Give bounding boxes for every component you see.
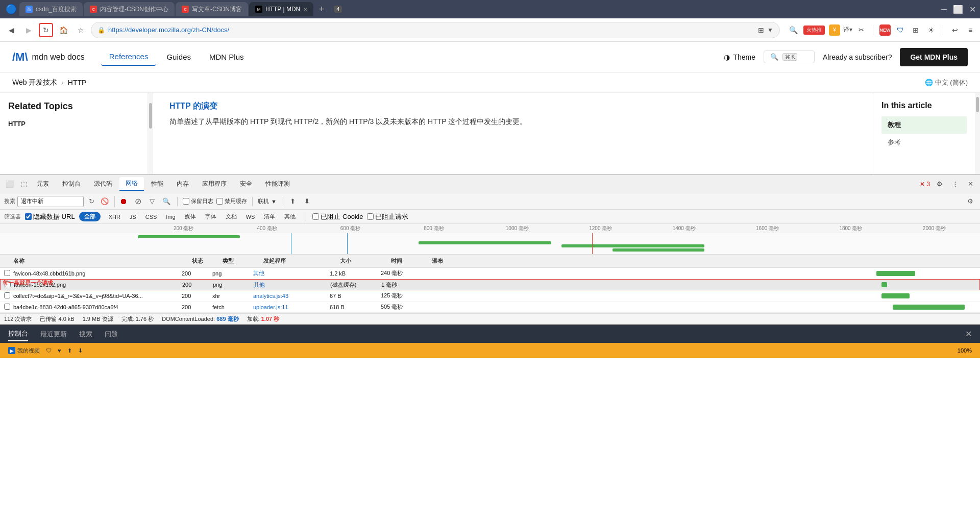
filter-tab-all[interactable]: 全部 (79, 212, 101, 221)
filter-other[interactable]: 其他 (280, 212, 300, 221)
table-row[interactable]: favicon-192x192.png 200 png 其他 (磁盘缓存) 1 … (0, 279, 980, 290)
bottom-nav-close[interactable]: ✕ (965, 329, 972, 339)
taskbar-heart-icon[interactable]: ♥ (58, 347, 61, 354)
devtools-tab-sources[interactable]: 源代码 (88, 178, 118, 190)
filter-img[interactable]: Img (162, 213, 179, 221)
devtools-tab-application[interactable]: 应用程序 (196, 178, 233, 190)
row-checkbox-3[interactable] (4, 292, 13, 299)
search-input[interactable] (17, 196, 84, 207)
search-refresh-icon[interactable]: ↻ (86, 196, 97, 207)
ext-shield[interactable]: 🛡 (895, 24, 906, 36)
url-bar[interactable]: 🔒 https://developer.mozilla.org/zh-CN/do… (91, 22, 780, 38)
devtools-tab-console[interactable]: 控制台 (56, 178, 87, 190)
online-select[interactable]: 联机 ▼ (258, 197, 277, 205)
window-close[interactable]: ✕ (969, 5, 976, 14)
filter-media[interactable]: 媒体 (181, 212, 200, 221)
nav-mdn-plus[interactable]: MDN Plus (201, 48, 252, 65)
table-row[interactable]: collect?t=dc&aip=1&_r=3&v=1&_v=j98&tid=U… (0, 290, 980, 302)
window-restore[interactable]: ⬜ (953, 5, 963, 14)
nav-forward-button[interactable]: ▶ (21, 23, 36, 37)
tab-mdn[interactable]: M HTTP | MDN ✕ (249, 2, 313, 16)
lang-selector[interactable]: 🌐 中文 (简体) (925, 78, 968, 87)
row-checkbox-1[interactable] (4, 270, 13, 277)
breadcrumb-item-1[interactable]: Web 开发技术 (12, 78, 57, 87)
taskbar-item-video[interactable]: ▶ 我的视频 (8, 347, 40, 355)
taskbar-download-icon[interactable]: ⬇ (78, 347, 83, 354)
window-minimize[interactable]: ─ (941, 5, 947, 14)
block-cookie-checkbox[interactable]: 已阻止 Cookie (312, 212, 363, 221)
devtools-tab-memory[interactable]: 内存 (170, 178, 195, 190)
refresh-button[interactable]: ↻ (39, 23, 53, 37)
ext-undo[interactable]: ↩ (949, 24, 961, 36)
home-button[interactable]: 🏠 (56, 23, 70, 37)
content-scrollbar[interactable] (975, 93, 980, 174)
filter-ws[interactable]: WS (242, 213, 259, 221)
toc-item-reference[interactable]: 参考 (881, 134, 967, 151)
ext-sun[interactable]: ☀ (925, 24, 937, 36)
search-network-icon[interactable]: 🔍 (161, 196, 172, 207)
get-mdn-button[interactable]: Get MDN Plus (900, 48, 968, 66)
table-row[interactable]: favicon-48x48.cbbd161b.png 200 png 其他 1.… (0, 268, 980, 279)
disable-cache-checkbox[interactable]: 禁用缓存 (216, 197, 247, 205)
taskbar-shield-icon[interactable]: 🛡 (46, 347, 52, 354)
breadcrumb-item-2[interactable]: HTTP (68, 79, 87, 87)
preserve-log-check[interactable] (183, 198, 189, 205)
ext-translate[interactable]: 译▾ (842, 24, 853, 36)
ext-icon-yuan[interactable]: ¥ (829, 24, 840, 36)
theme-button[interactable]: ◑ Theme (724, 53, 755, 61)
devtools-settings-icon[interactable]: ⚙ (934, 179, 945, 190)
tab-csdn-write[interactable]: C 写文章-CSDN博客 (176, 2, 248, 16)
mdn-search-box[interactable]: 🔍 ⌘ K (764, 51, 815, 63)
filter-manifest[interactable]: 清单 (260, 212, 279, 221)
url-apps-icon[interactable]: ⊞ (758, 26, 764, 34)
devtools-tab-performance[interactable]: 性能 (145, 178, 169, 190)
toc-item-tutorial[interactable]: 教程 (881, 116, 967, 134)
devtools-tab-elements[interactable]: 元素 (31, 178, 55, 190)
row-checkbox-4[interactable] (4, 304, 13, 311)
block-request-check[interactable] (367, 213, 374, 220)
bookmark-button[interactable]: ☆ (74, 23, 88, 37)
filter-css[interactable]: CSS (141, 213, 161, 221)
filter-doc[interactable]: 文档 (222, 212, 241, 221)
url-arrow-icon[interactable]: ▼ (767, 27, 773, 34)
ext-new-badge[interactable]: NEW (879, 24, 891, 36)
tab-csdn-baidu[interactable]: 百 csdn_百度搜索 (19, 2, 83, 16)
toolbar-settings[interactable]: ⚙ (965, 196, 976, 207)
download-icon[interactable]: ⬇ (302, 196, 313, 207)
tab-csdn-content[interactable]: C 内容管理-CSDN创作中心 (84, 2, 175, 16)
search-block-icon[interactable]: 🚫 (99, 196, 110, 207)
nav-guides[interactable]: Guides (158, 48, 199, 65)
filter-font[interactable]: 字体 (201, 212, 220, 221)
ext-grid[interactable]: ⊞ (910, 24, 921, 36)
upload-icon[interactable]: ⬆ (287, 196, 299, 207)
filter-js[interactable]: JS (126, 213, 140, 221)
devtools-tab-security[interactable]: 安全 (234, 178, 258, 190)
bottom-nav-console[interactable]: 控制台 (8, 327, 28, 341)
clear-button[interactable]: ⊘ (132, 196, 143, 207)
mdn-logo[interactable]: /M\ mdn web docs (12, 51, 85, 64)
preserve-log-checkbox[interactable]: 保留日志 (183, 197, 213, 205)
record-button[interactable]: ⏺ (118, 196, 129, 207)
devtools-inspect-icon[interactable]: ⬚ (18, 179, 30, 190)
ext-scissors[interactable]: ✂ (855, 24, 867, 36)
tab-close-4[interactable]: ✕ (303, 7, 307, 12)
devtools-tab-audit[interactable]: 性能评测 (259, 178, 296, 190)
devtools-tools-icon[interactable]: ⬜ (4, 179, 15, 190)
devtools-more-icon[interactable]: ⋮ (949, 179, 961, 190)
disable-cache-check[interactable] (216, 198, 223, 205)
hide-data-url-check[interactable] (25, 213, 32, 220)
block-request-checkbox[interactable]: 已阻止请求 (367, 212, 408, 221)
taskbar-upload-icon[interactable]: ⬆ (67, 347, 72, 354)
filter-xhr[interactable]: XHR (105, 213, 125, 221)
search-toolbar-icon[interactable]: 🔍 (787, 24, 799, 36)
table-row[interactable]: ba4cbe1c-8830-42d0-a865-9307d80ca6f4 200… (0, 302, 980, 313)
nav-back-button[interactable]: ◀ (4, 23, 18, 37)
block-cookie-check[interactable] (312, 213, 319, 220)
bottom-nav-search[interactable]: 搜索 (79, 328, 92, 341)
browser-menu[interactable]: ≡ (965, 24, 976, 36)
article-link[interactable]: HTTP 的演变 (169, 102, 217, 110)
filter-icon[interactable]: ▽ (146, 196, 158, 207)
new-tab-button[interactable]: + (314, 2, 329, 16)
devtools-close-icon[interactable]: ✕ (965, 179, 976, 190)
devtools-tab-network[interactable]: 网络 (119, 177, 144, 191)
